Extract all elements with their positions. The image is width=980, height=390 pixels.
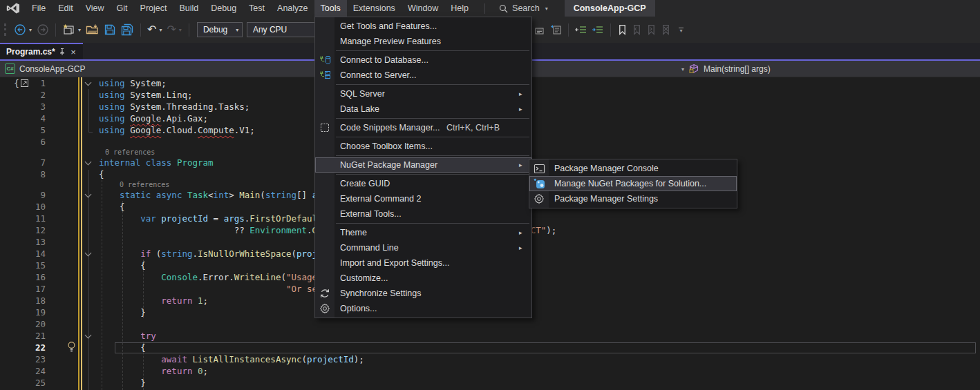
menu-project[interactable]: Project: [134, 0, 173, 17]
next-bookmark-button[interactable]: [644, 21, 659, 38]
menu-item-nuget-package-manager[interactable]: NuGet Package Manager▸: [315, 157, 531, 173]
menu-item-connect-to-server[interactable]: Connect to Server...: [315, 68, 531, 83]
menu-item-manage-nuget-packages-for-solution[interactable]: Manage NuGet Packages for Solution...: [529, 176, 737, 191]
menu-file[interactable]: File: [26, 0, 52, 17]
menu-item-connect-to-database[interactable]: Connect to Database...: [315, 52, 531, 68]
code-line-25[interactable]: 25 }: [0, 377, 980, 389]
breadcrumb-caret-icon[interactable]: ▾: [681, 66, 684, 72]
menu-item-data-lake[interactable]: Data Lake▸: [315, 101, 531, 117]
menu-item-manage-preview-features[interactable]: Manage Preview Features: [315, 34, 531, 49]
menu-item-choose-toolbox-items[interactable]: Choose Toolbox Items...: [315, 139, 531, 154]
increase-indent-button[interactable]: [590, 21, 606, 38]
code-text[interactable]: }: [97, 377, 980, 389]
codelens-references[interactable]: 0 references: [97, 148, 980, 157]
menu-extensions[interactable]: Extensions: [347, 0, 402, 17]
fold-margin[interactable]: [55, 248, 97, 260]
menu-view[interactable]: View: [79, 0, 111, 17]
menu-item-theme[interactable]: Theme▸: [315, 225, 531, 240]
toggle-bookmark-button[interactable]: [615, 21, 630, 38]
navigate-forward-button[interactable]: [35, 21, 51, 38]
breadcrumb-member[interactable]: Main(string[] args): [704, 64, 771, 74]
fold-chevron-icon[interactable]: [85, 159, 92, 166]
undo-button[interactable]: ↶: [145, 21, 158, 38]
code-text[interactable]: using System.Linq;: [97, 89, 980, 101]
menu-window[interactable]: Window: [402, 0, 444, 17]
menu-git[interactable]: Git: [111, 0, 134, 17]
new-project-caret-icon[interactable]: ▾: [78, 27, 81, 33]
menu-tools[interactable]: Tools: [314, 0, 347, 17]
code-text[interactable]: try: [97, 330, 980, 342]
redo-button[interactable]: ↷: [164, 21, 178, 38]
view-code-button[interactable]: [532, 21, 548, 38]
fold-margin[interactable]: [55, 77, 97, 89]
menu-item-external-tools[interactable]: External Tools...: [315, 206, 531, 222]
fold-margin[interactable]: [55, 189, 97, 201]
fold-chevron-icon[interactable]: [85, 79, 92, 86]
menu-debug[interactable]: Debug: [205, 0, 243, 17]
menu-item-command-line[interactable]: Command Line▸: [315, 240, 531, 255]
code-text[interactable]: using Google.Api.Gax;: [97, 113, 980, 124]
open-file-button[interactable]: [84, 21, 102, 38]
menu-item-package-manager-console[interactable]: Package Manager Console: [529, 161, 737, 176]
menu-edit[interactable]: Edit: [52, 0, 79, 17]
code-text[interactable]: {: [97, 260, 980, 271]
pin-icon[interactable]: [57, 46, 68, 57]
menu-item-create-guid[interactable]: Create GUID: [315, 176, 531, 191]
menu-item-import-and-export-settings[interactable]: Import and Export Settings...: [315, 255, 531, 271]
menu-analyze[interactable]: Analyze: [271, 0, 314, 17]
fold-margin[interactable]: [55, 157, 97, 168]
code-text[interactable]: ?? Environment.GetEnvironmentVariable("G…: [97, 224, 980, 236]
menu-build[interactable]: Build: [173, 0, 205, 17]
toolbar-grip[interactable]: [4, 23, 6, 36]
platform-dropdown[interactable]: Any CPU ▾: [247, 22, 326, 37]
search-box[interactable]: Search ▾: [493, 3, 554, 13]
code-text[interactable]: Console.Error.WriteLine("Usage: ConsoleA…: [97, 271, 980, 283]
code-line-23[interactable]: 23 await ListAllInstancesAsync(projectId…: [0, 353, 980, 365]
code-text[interactable]: }: [97, 306, 980, 318]
previous-bookmark-button[interactable]: [630, 21, 644, 38]
fold-chevron-icon[interactable]: [85, 332, 92, 339]
close-icon[interactable]: ×: [68, 46, 79, 57]
code-text[interactable]: [97, 136, 980, 148]
fold-chevron-icon[interactable]: [85, 250, 92, 257]
menu-item-sql-server[interactable]: SQL Server▸: [315, 86, 531, 101]
code-line-24[interactable]: 24 return 0;: [0, 365, 980, 377]
configuration-dropdown[interactable]: Debug ▾: [197, 22, 243, 37]
fold-chevron-icon[interactable]: [85, 191, 92, 198]
code-text[interactable]: await ListAllInstancesAsync(projectId);: [97, 353, 980, 365]
menu-help[interactable]: Help: [444, 0, 475, 17]
new-project-button[interactable]: [60, 21, 77, 38]
lightbulb-icon[interactable]: [66, 341, 77, 353]
save-all-button[interactable]: [118, 21, 136, 38]
code-text[interactable]: "Or set GOOGLE_CLOUD_PROJECT env var.");: [97, 283, 980, 295]
code-text[interactable]: [97, 236, 980, 248]
menu-item-code-snippets-manager[interactable]: Code Snippets Manager...Ctrl+K, Ctrl+B: [315, 120, 531, 135]
undo-caret-icon[interactable]: ▾: [159, 27, 162, 33]
breadcrumb-project[interactable]: ConsoleApp-GCP: [19, 64, 85, 74]
toolbar-overflow-button[interactable]: ▾: [679, 28, 684, 32]
menu-item-synchronize-settings[interactable]: Synchronize Settings: [315, 286, 531, 301]
navigate-back-caret-icon[interactable]: ▾: [29, 27, 32, 33]
code-text[interactable]: var projectId = args.FirstOrDefault();: [97, 213, 980, 224]
code-text[interactable]: using System.Threading.Tasks;: [97, 101, 980, 113]
decrease-indent-button[interactable]: [573, 21, 590, 38]
fold-margin[interactable]: [55, 330, 97, 342]
code-text[interactable]: using System;: [97, 77, 980, 89]
code-text[interactable]: using Google.Cloud.Compute.V1;: [97, 124, 980, 136]
code-line-20[interactable]: 20: [0, 318, 980, 330]
solution-name-badge[interactable]: ConsoleApp-GCP: [565, 0, 655, 17]
code-text[interactable]: return 0;: [97, 365, 980, 377]
code-text[interactable]: return 1;: [97, 295, 980, 306]
code-line-21[interactable]: 21 try: [0, 330, 980, 342]
menu-test[interactable]: Test: [243, 0, 271, 17]
menu-item-customize[interactable]: Customize...: [315, 271, 531, 286]
navigate-back-button[interactable]: [12, 21, 28, 38]
view-designer-button[interactable]: [548, 21, 564, 38]
clear-bookmarks-button[interactable]: [659, 21, 673, 38]
code-text[interactable]: [97, 318, 980, 330]
menu-item-package-manager-settings[interactable]: Package Manager Settings: [529, 191, 737, 206]
document-outline-icon[interactable]: {: [14, 79, 29, 88]
save-button[interactable]: [102, 21, 118, 38]
menu-item-options[interactable]: Options...: [315, 301, 531, 316]
tab-program-cs[interactable]: Program.cs* ×: [0, 43, 83, 59]
